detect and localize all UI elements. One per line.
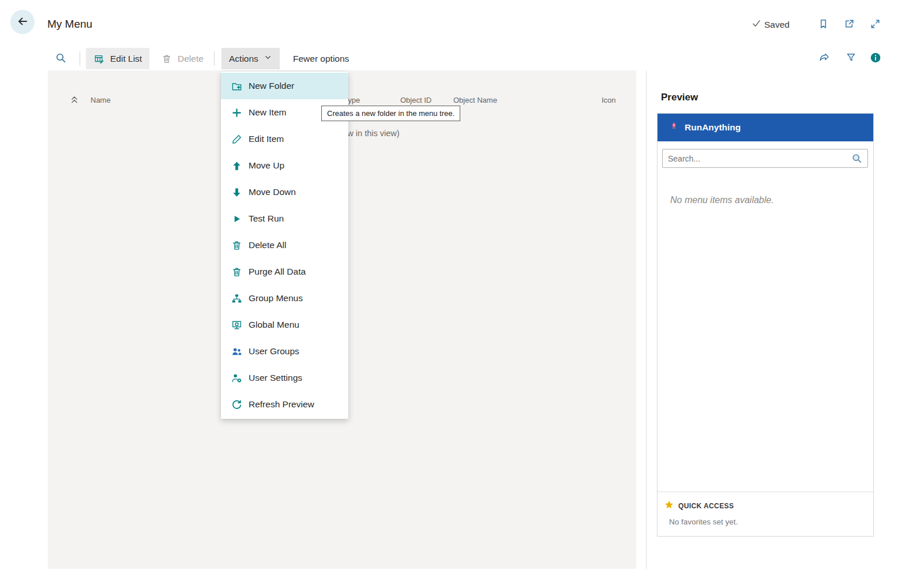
rocket-icon (669, 122, 679, 134)
preview-app-header: RunAnything (658, 114, 873, 141)
menu-item-purge-all-data[interactable]: Purge All Data (221, 258, 348, 285)
org-chart-icon (231, 293, 242, 304)
toolbar-divider (80, 51, 80, 66)
menu-item-label: Edit Item (249, 134, 284, 144)
fewer-options-label: Fewer options (293, 54, 349, 64)
search-icon (55, 53, 66, 65)
menu-item-move-down[interactable]: Move Down (221, 179, 348, 205)
open-in-window-button[interactable] (842, 17, 857, 32)
quick-access-label: QUICK ACCESS (678, 502, 734, 510)
tooltip: Creates a new folder in the menu tree. (321, 106, 460, 121)
column-header-icon[interactable]: Icon (602, 96, 616, 104)
trash-icon (161, 53, 172, 65)
menu-item-test-run[interactable]: Test Run (221, 205, 348, 232)
edit-list-button[interactable]: Edit List (86, 48, 149, 69)
filter-button[interactable] (844, 51, 858, 65)
column-header-object-id[interactable]: Object ID (400, 96, 431, 104)
edit-list-icon (93, 53, 105, 65)
collapse-rows-icon[interactable] (69, 95, 80, 106)
preview-app-title: RunAnything (685, 122, 741, 133)
actions-button[interactable]: Actions (221, 48, 280, 69)
menu-item-refresh-preview[interactable]: Refresh Preview (221, 391, 348, 418)
search-button[interactable] (54, 52, 67, 66)
preview-pane-title: Preview (661, 92, 698, 103)
pencil-icon (231, 133, 242, 145)
menu-item-move-up[interactable]: Move Up (221, 152, 348, 179)
factbox-divider (646, 70, 647, 569)
delete-button[interactable]: Delete (153, 48, 211, 69)
share-icon (818, 52, 830, 65)
chevron-down-icon (264, 53, 272, 64)
menu-item-label: Test Run (249, 213, 284, 224)
edit-list-label: Edit List (110, 54, 142, 64)
menu-item-delete-all[interactable]: Delete All (221, 232, 348, 258)
plus-icon (231, 107, 242, 118)
menu-item-label: Refresh Preview (249, 399, 314, 410)
bookmark-icon (818, 18, 829, 31)
menu-item-label: Delete All (249, 240, 286, 250)
menu-item-label: User Settings (249, 373, 302, 383)
back-arrow-icon (17, 16, 28, 29)
arrow-up-icon (231, 160, 242, 171)
magnifier-icon (851, 157, 862, 166)
delete-label: Delete (178, 54, 204, 64)
trash-icon (231, 266, 242, 278)
info-icon (870, 52, 881, 65)
preview-empty-message: No menu items available. (670, 195, 774, 205)
menu-item-label: Group Menus (249, 293, 303, 303)
actions-label: Actions (229, 54, 258, 64)
user-gear-icon (231, 372, 242, 384)
menu-item-label: New Item (249, 107, 286, 118)
menu-item-label: Global Menu (249, 320, 299, 330)
new-folder-icon (231, 80, 242, 92)
info-button[interactable] (869, 51, 882, 65)
menu-item-label: Move Down (249, 187, 296, 197)
page-title: My Menu (47, 18, 92, 31)
monitor-icon (231, 319, 242, 331)
menu-item-label: User Groups (249, 346, 299, 357)
filter-icon (846, 52, 857, 65)
preview-search-box (662, 149, 868, 168)
open-in-window-icon (844, 18, 855, 31)
menu-item-user-groups[interactable]: User Groups (221, 338, 348, 365)
fewer-options-button[interactable]: Fewer options (286, 48, 356, 69)
menu-item-label: Move Up (249, 160, 284, 171)
refresh-icon (231, 399, 242, 410)
preview-search-input[interactable] (668, 154, 847, 163)
expand-icon (870, 18, 881, 31)
menu-item-user-settings[interactable]: User Settings (221, 365, 348, 391)
menu-item-global-menu[interactable]: Global Menu (221, 312, 348, 338)
share-button[interactable] (817, 51, 831, 65)
save-status: Saved (752, 18, 790, 31)
back-button[interactable] (10, 10, 35, 34)
star-icon (664, 500, 674, 512)
trash-icon (231, 239, 242, 251)
menu-item-edit-item[interactable]: Edit Item (221, 126, 348, 152)
arrow-down-icon (231, 186, 242, 198)
actions-menu: New Folder New Item Edit Item Move Up Mo… (221, 72, 348, 419)
menu-item-new-folder[interactable]: New Folder (221, 73, 348, 99)
quick-access-empty-message: No favorites set yet. (669, 518, 866, 526)
saved-check-icon (752, 18, 761, 31)
play-icon (231, 213, 242, 224)
menu-item-label: New Folder (249, 81, 294, 91)
people-icon (231, 346, 242, 357)
toolbar-divider (214, 51, 215, 66)
column-header-name[interactable]: Name (91, 96, 111, 104)
expand-button[interactable] (867, 17, 882, 32)
menu-item-label: Purge All Data (249, 267, 306, 277)
quick-access-section: QUICK ACCESS No favorites set yet. (658, 492, 873, 526)
menu-item-group-menus[interactable]: Group Menus (221, 285, 348, 312)
column-header-object-name[interactable]: Object Name (453, 96, 497, 104)
preview-search-button[interactable] (851, 153, 862, 164)
saved-label: Saved (764, 20, 790, 30)
preview-card: RunAnything No menu items available. QUI… (657, 113, 874, 537)
bookmark-button[interactable] (816, 17, 831, 32)
